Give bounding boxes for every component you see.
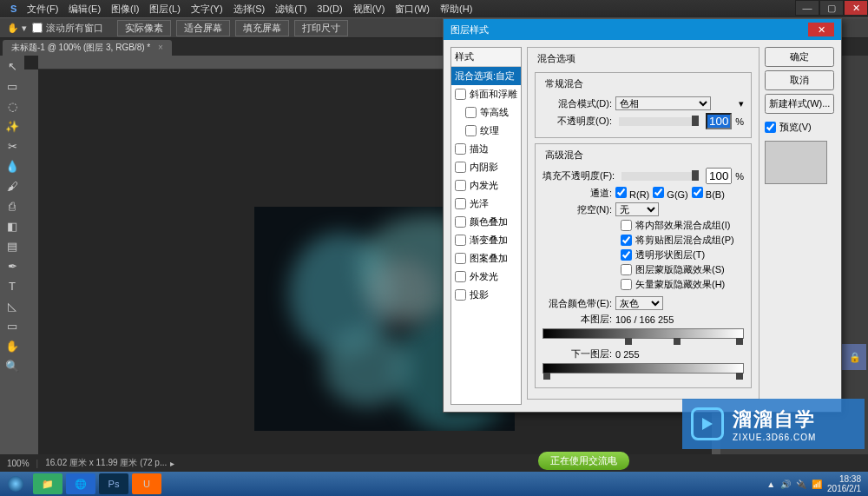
menu-bar: S 文件(F) 编辑(E) 图像(I) 图层(L) 文字(Y) 选择(S) 滤镜… <box>0 0 868 17</box>
fill-opacity-label: 填充不透明度(F): <box>542 169 615 182</box>
move-tool-icon[interactable]: ↖ <box>1 56 23 76</box>
taskbar: 📁 🌐 Ps U ▲ 🔊 🔌 📶 18:382016/2/1 <box>0 472 868 496</box>
fill-screen-button[interactable]: 填充屏幕 <box>235 20 289 36</box>
cb-vector-mask-hides[interactable] <box>621 279 632 290</box>
task-uc[interactable]: U <box>132 473 161 494</box>
cb-clip-layers[interactable] <box>621 235 632 246</box>
print-size-button[interactable]: 打印尺寸 <box>294 20 348 36</box>
style-inner-glow[interactable]: 内发光 <box>451 176 521 195</box>
wand-tool-icon[interactable]: ✨ <box>1 116 23 136</box>
layer-style-dialog: 图层样式 ✕ 样式 混合选项:自定 斜面和浮雕 等高线 纹理 描边 内阴影 内发… <box>443 18 842 413</box>
style-pattern-overlay[interactable]: 图案叠加 <box>451 249 521 268</box>
channel-b[interactable]: B(B) <box>692 187 725 200</box>
dialog-side-buttons: 确定 取消 新建样式(W)... 预览(V) <box>765 47 834 405</box>
hand-tool-icon[interactable]: ✋ ▾ <box>7 23 27 34</box>
tray-icon[interactable]: ▲ <box>766 479 775 489</box>
scroll-all-checkbox[interactable]: 滚动所有窗口 <box>32 22 103 35</box>
hand-tool-icon[interactable]: ✋ <box>1 336 23 355</box>
fill-opacity-slider[interactable] <box>621 172 699 181</box>
stamp-tool-icon[interactable]: ⎙ <box>1 196 23 215</box>
style-color-overlay[interactable]: 颜色叠加 <box>451 213 521 231</box>
type-tool-icon[interactable]: T <box>1 276 23 295</box>
cancel-button[interactable]: 取消 <box>765 70 834 90</box>
style-drop-shadow[interactable]: 投影 <box>451 286 521 304</box>
menu-3d[interactable]: 3D(D) <box>313 2 345 16</box>
menu-filter[interactable]: 滤镜(T) <box>272 1 310 17</box>
cb-inner-effects[interactable] <box>621 220 632 231</box>
menu-select[interactable]: 选择(S) <box>230 1 269 17</box>
tray-icon[interactable]: 🔌 <box>796 479 806 489</box>
tab-close-icon[interactable]: × <box>158 43 163 52</box>
style-inner-shadow[interactable]: 内阴影 <box>451 158 521 176</box>
under-layer-label: 下一图层: <box>542 347 612 360</box>
dialog-close-button[interactable]: ✕ <box>808 23 834 36</box>
opacity-slider[interactable] <box>619 117 699 126</box>
zoom-level[interactable]: 100% <box>7 459 30 468</box>
tray-icon[interactable]: 🔊 <box>780 479 791 489</box>
actual-pixels-button[interactable]: 实际像素 <box>117 20 171 36</box>
opacity-value[interactable] <box>706 113 732 129</box>
gradient-tool-icon[interactable]: ▤ <box>1 236 23 255</box>
fill-opacity-value[interactable] <box>706 168 732 184</box>
style-satin[interactable]: 光泽 <box>451 195 521 213</box>
zoom-tool-icon[interactable]: 🔍 <box>1 356 23 375</box>
lock-icon: 🔒 <box>849 352 861 363</box>
blend-mode-label: 混合模式(D): <box>542 97 612 110</box>
knockout-select[interactable]: 无 <box>615 202 659 216</box>
path-tool-icon[interactable]: ◺ <box>1 296 23 315</box>
taskbar-clock[interactable]: 18:382016/2/1 <box>827 474 861 493</box>
task-browser[interactable]: 🌐 <box>66 473 95 494</box>
fit-screen-button[interactable]: 适合屏幕 <box>176 20 230 36</box>
brush-tool-icon[interactable]: 🖌 <box>1 176 23 195</box>
cb-transparency-shapes[interactable] <box>621 249 632 261</box>
menu-help[interactable]: 帮助(H) <box>437 1 476 17</box>
blend-mode-select[interactable]: 色相 <box>615 96 711 110</box>
menu-view[interactable]: 视图(V) <box>350 1 389 17</box>
close-button[interactable]: ✕ <box>844 0 868 16</box>
preview-checkbox[interactable]: 预览(V) <box>765 121 834 134</box>
blend-options-item[interactable]: 混合选项:自定 <box>451 67 521 85</box>
menu-image[interactable]: 图像(I) <box>108 1 142 17</box>
this-layer-gradient[interactable] <box>542 328 744 339</box>
blendif-select[interactable]: 灰色 <box>615 296 663 310</box>
menu-layer[interactable]: 图层(L) <box>146 1 183 17</box>
svg-marker-0 <box>702 418 713 430</box>
power-notification: 正在使用交流电 <box>538 452 629 470</box>
marquee-tool-icon[interactable]: ▭ <box>1 76 23 96</box>
lasso-tool-icon[interactable]: ◌ <box>1 96 23 116</box>
dialog-titlebar[interactable]: 图层样式 ✕ <box>444 19 841 40</box>
channel-r[interactable]: R(R) <box>615 187 649 200</box>
style-texture[interactable]: 纹理 <box>451 122 521 140</box>
ok-button[interactable]: 确定 <box>765 47 834 67</box>
pen-tool-icon[interactable]: ✒ <box>1 256 23 275</box>
preview-thumbnail <box>765 141 827 184</box>
task-explorer[interactable]: 📁 <box>33 473 62 494</box>
cb-layer-mask-hides[interactable] <box>621 264 632 275</box>
menu-window[interactable]: 窗口(W) <box>391 1 433 17</box>
minimize-button[interactable]: — <box>795 0 819 16</box>
document-tab[interactable]: 未标题-1 @ 100% (图层 3, RGB/8) * × <box>3 40 172 56</box>
crop-tool-icon[interactable]: ✂ <box>1 136 23 155</box>
menu-type[interactable]: 文字(Y) <box>187 1 227 17</box>
section-advanced-blend: 高级混合 <box>542 149 586 162</box>
eraser-tool-icon[interactable]: ◧ <box>1 216 23 235</box>
this-layer-label: 本图层: <box>542 313 612 326</box>
chevron-down-icon[interactable]: ▾ <box>739 98 744 109</box>
menu-edit[interactable]: 编辑(E) <box>65 1 104 17</box>
new-style-button[interactable]: 新建样式(W)... <box>765 94 834 114</box>
under-layer-values: 0 255 <box>615 349 640 360</box>
eyedropper-tool-icon[interactable]: 💧 <box>1 156 23 175</box>
maximize-button[interactable]: ▢ <box>819 0 844 16</box>
style-stroke[interactable]: 描边 <box>451 140 521 158</box>
task-photoshop[interactable]: Ps <box>99 473 128 494</box>
channel-g[interactable]: G(G) <box>653 187 688 200</box>
start-button[interactable] <box>0 472 31 496</box>
style-contour[interactable]: 等高线 <box>451 103 521 122</box>
tray-icon[interactable]: 📶 <box>812 479 822 489</box>
shape-tool-icon[interactable]: ▭ <box>1 316 23 335</box>
style-bevel[interactable]: 斜面和浮雕 <box>451 85 521 103</box>
menu-file[interactable]: 文件(F) <box>23 1 62 17</box>
style-gradient-overlay[interactable]: 渐变叠加 <box>451 231 521 249</box>
style-outer-glow[interactable]: 外发光 <box>451 268 521 286</box>
under-layer-gradient[interactable] <box>542 363 744 374</box>
